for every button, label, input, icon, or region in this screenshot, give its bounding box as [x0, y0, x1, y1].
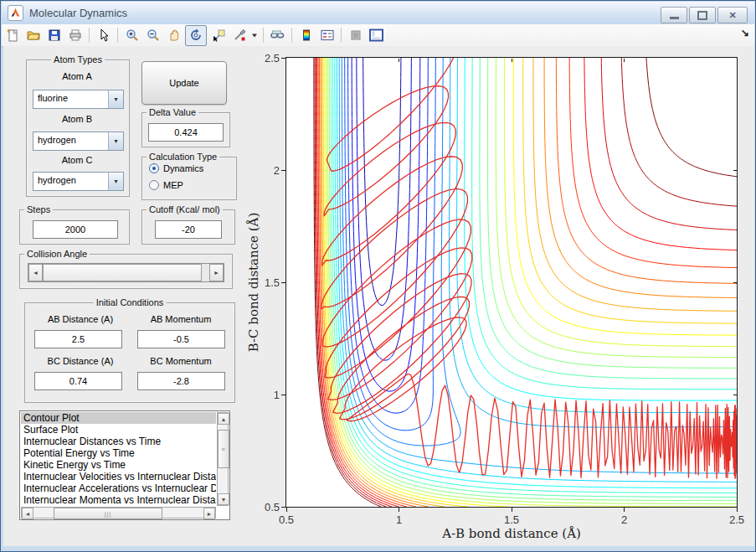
delta-value-field[interactable]: 0.424	[148, 123, 224, 142]
atom-c-dropdown-arrow-icon[interactable]: ▼	[108, 173, 123, 190]
y-tick	[281, 395, 285, 395]
cutoff-title: Cutoff (Kcal/ mol)	[147, 204, 223, 214]
app-window: Molecular Dynamics ✕ ↘ At	[0, 0, 756, 552]
list-item[interactable]: Surface Plot	[21, 424, 216, 436]
bc-distance-field[interactable]: 0.74	[34, 372, 122, 390]
x-tick-top	[399, 59, 399, 62]
initial-conditions-title: Initial Conditions	[94, 297, 167, 307]
y-tick-right	[733, 395, 737, 395]
contour-plot-canvas[interactable]	[286, 58, 737, 507]
radio-mep-dot[interactable]	[149, 180, 159, 190]
brush-dropdown-icon[interactable]	[250, 26, 259, 44]
insert-colorbar-icon[interactable]	[296, 26, 316, 44]
y-tick-label: 1.5	[246, 276, 280, 289]
atom-a-value: fluorine	[33, 90, 108, 108]
list-item[interactable]: Internuclear Accelerations vs Internucle…	[21, 482, 216, 494]
new-file-icon[interactable]	[3, 26, 22, 44]
radio-dynamics-dot[interactable]	[149, 163, 159, 173]
atom-a-dropdown[interactable]: fluorine ▼	[33, 90, 124, 109]
x-tick	[624, 508, 625, 512]
arrow-cursor-icon[interactable]	[94, 26, 113, 44]
x-tick-label: 1	[396, 513, 402, 526]
y-tick-right	[733, 170, 737, 171]
atom-types-title: Atom Types	[51, 54, 105, 64]
ab-momentum-field[interactable]: -0.5	[137, 330, 225, 348]
brush-icon[interactable]	[229, 26, 249, 44]
steps-title: Steps	[24, 204, 53, 214]
y-tick	[281, 170, 285, 171]
radio-dynamics[interactable]: Dynamics	[149, 163, 203, 173]
bc-momentum-field[interactable]: -2.8	[137, 372, 225, 390]
atom-b-label: Atom B	[62, 114, 92, 124]
scroll-down-icon[interactable]: ▼	[218, 493, 229, 505]
vertical-scroll-thumb[interactable]: ≡	[218, 430, 229, 468]
x-tick-top	[624, 59, 625, 62]
dock-figure-icon[interactable]: ↘	[741, 27, 749, 39]
radio-mep[interactable]: MEP	[149, 180, 183, 190]
minimize-button[interactable]	[661, 7, 687, 23]
list-item[interactable]: Internuclear Distances vs Time	[21, 436, 216, 447]
x-tick-label: 2.5	[729, 513, 744, 526]
list-item[interactable]: Contour Plot	[21, 412, 216, 424]
x-tick-top	[512, 59, 512, 62]
y-tick-label: 0.5	[246, 501, 280, 513]
print-icon[interactable]	[65, 26, 85, 44]
atom-b-dropdown-arrow-icon[interactable]: ▼	[108, 132, 123, 150]
list-item[interactable]: Internuclear Momenta vs Internuclear Dis…	[21, 494, 216, 506]
close-button[interactable]: ✕	[717, 7, 748, 23]
ab-momentum-label: AB Momentum	[151, 314, 212, 324]
scroll-up-icon[interactable]: ▲	[218, 413, 229, 425]
y-tick-label: 2.5	[246, 52, 280, 64]
save-icon[interactable]	[44, 26, 64, 44]
atom-c-dropdown[interactable]: hydrogen ▼	[33, 172, 124, 191]
y-tick	[281, 58, 285, 59]
list-vertical-scrollbar[interactable]: ▲ ≡ ▼	[217, 412, 229, 506]
calculation-type-title: Calculation Type	[147, 152, 219, 162]
ab-distance-field[interactable]: 2.5	[34, 330, 122, 348]
bc-distance-label: BC Distance (A)	[48, 356, 114, 366]
zoom-out-icon[interactable]	[143, 26, 162, 44]
open-file-icon[interactable]	[23, 26, 43, 44]
list-item[interactable]: Internuclear Velocities vs Internuclear …	[21, 471, 216, 482]
x-tick-label: 2	[621, 513, 627, 526]
restore-button[interactable]	[689, 7, 716, 23]
list-horizontal-scrollbar[interactable]: ◄ ||| ►	[21, 507, 216, 518]
hide-plot-tools-icon[interactable]	[346, 26, 365, 44]
link-plots-icon[interactable]	[268, 26, 287, 44]
collision-angle-title: Collision Angle	[24, 249, 90, 259]
x-tick	[737, 508, 738, 512]
atom-c-value: hydrogen	[33, 173, 108, 190]
plot-type-listbox[interactable]: Contour PlotSurface PlotInternuclear Dis…	[19, 410, 230, 520]
slider-left-arrow-icon[interactable]: ◄	[28, 264, 43, 281]
atom-a-label: Atom A	[62, 71, 91, 81]
atom-a-dropdown-arrow-icon[interactable]: ▼	[108, 90, 123, 108]
slider-thumb[interactable]	[43, 264, 202, 281]
steps-field[interactable]: 2000	[33, 220, 118, 239]
zoom-in-icon[interactable]	[122, 26, 141, 44]
atom-c-label: Atom C	[62, 155, 93, 165]
y-tick	[281, 507, 285, 508]
axes-box	[285, 57, 738, 508]
slider-right-arrow-icon[interactable]: ►	[209, 264, 224, 281]
list-item[interactable]: Potential Energy vs Time	[21, 447, 216, 459]
show-plot-tools-icon[interactable]	[367, 26, 386, 44]
matlab-logo-icon	[8, 5, 23, 21]
update-button[interactable]: Update	[141, 61, 227, 105]
x-tick	[399, 508, 399, 512]
radio-dynamics-label: Dynamics	[163, 163, 203, 173]
list-item[interactable]: Kinetic Energy vs Time	[21, 459, 216, 471]
scroll-left-icon[interactable]: ◄	[22, 508, 33, 519]
rotate-3d-icon[interactable]	[185, 25, 207, 46]
collision-angle-slider[interactable]: ◄ ►	[28, 263, 224, 282]
scroll-right-icon[interactable]: ►	[203, 508, 215, 519]
title-bar[interactable]: Molecular Dynamics ✕	[2, 2, 754, 24]
insert-legend-icon[interactable]	[317, 26, 337, 44]
pan-hand-icon[interactable]	[164, 26, 183, 44]
window-title: Molecular Dynamics	[29, 7, 127, 19]
data-cursor-icon[interactable]	[208, 26, 228, 44]
bc-momentum-label: BC Momentum	[150, 356, 211, 366]
cutoff-field[interactable]: -20	[155, 220, 222, 239]
x-axis-label: A-B bond distance (Å)	[442, 526, 581, 541]
atom-b-dropdown[interactable]: hydrogen ▼	[33, 132, 124, 151]
horizontal-scroll-thumb[interactable]: |||	[54, 508, 162, 519]
